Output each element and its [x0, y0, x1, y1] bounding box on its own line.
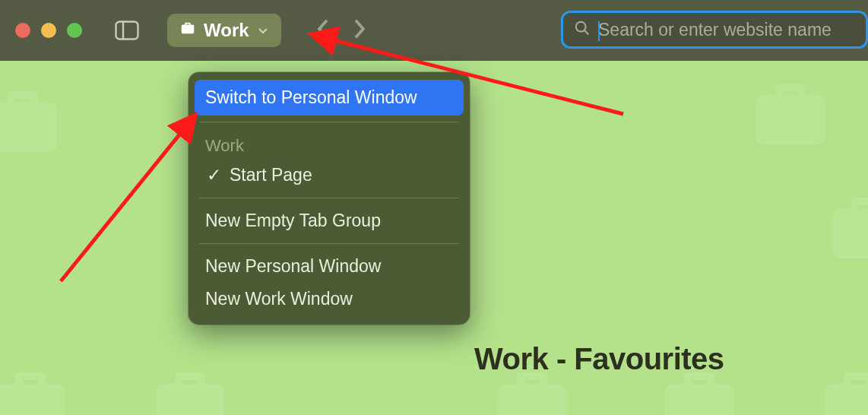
menu-item-new-work-window[interactable]: New Work Window: [188, 283, 470, 315]
menu-item-label: New Work Window: [205, 289, 353, 309]
sidebar-toggle-button[interactable]: [112, 19, 141, 42]
profile-label: Work: [204, 20, 249, 41]
back-button[interactable]: [315, 17, 331, 43]
minimize-window-button[interactable]: [41, 23, 56, 38]
briefcase-icon: [179, 20, 196, 41]
toolbar: Work Search: [0, 0, 868, 61]
menu-item-new-personal-window[interactable]: New Personal Window: [188, 250, 470, 283]
navigation-arrows: [315, 17, 368, 43]
menu-item-switch-personal[interactable]: Switch to Personal Window: [195, 80, 464, 116]
menu-item-start-page[interactable]: ✓ Start Page: [188, 159, 470, 192]
menu-item-label: New Empty Tab Group: [205, 211, 381, 231]
svg-line-3: [584, 30, 589, 35]
profile-dropdown-menu: Switch to Personal Window Work ✓ Start P…: [188, 72, 470, 325]
forward-button[interactable]: [351, 17, 368, 43]
menu-item-label: New Personal Window: [205, 256, 381, 277]
page-title: Work - Favourites: [474, 342, 724, 376]
close-window-button[interactable]: [15, 23, 30, 38]
profile-switcher-button[interactable]: Work: [167, 14, 281, 47]
window-controls: [15, 23, 82, 38]
address-search-field[interactable]: Search or enter website name: [561, 11, 868, 49]
menu-section-label: Work: [188, 128, 470, 159]
checkmark-icon: ✓: [205, 165, 222, 185]
menu-separator: [199, 122, 459, 122]
fullscreen-window-button[interactable]: [67, 23, 82, 38]
svg-point-2: [576, 22, 586, 32]
chevron-down-icon: [257, 20, 269, 41]
menu-item-new-empty-group[interactable]: New Empty Tab Group: [188, 204, 470, 237]
menu-separator: [199, 198, 459, 198]
svg-rect-0: [116, 22, 138, 40]
menu-item-label: Start Page: [230, 165, 312, 185]
search-icon: [574, 20, 591, 40]
menu-item-label: Switch to Personal Window: [205, 87, 417, 108]
menu-separator: [199, 243, 459, 244]
text-caret: [598, 21, 600, 41]
search-placeholder: Search or enter website name: [598, 20, 832, 40]
